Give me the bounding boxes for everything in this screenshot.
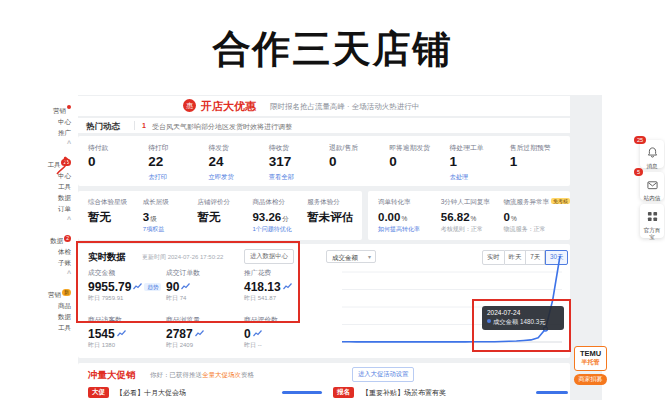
- promo-title: 冲量大促销: [88, 369, 136, 382]
- shop-quality-card: 综合体验星级 暂无 成长层级 3级 7项权益 店铺评价分 暂无 商品体检分 93…: [78, 191, 362, 240]
- promo-settings-button[interactable]: 进入大促活动设置: [352, 367, 414, 382]
- hot-news-title: 热门动态: [86, 121, 120, 133]
- quality-column: 综合体验星级 暂无: [88, 198, 143, 240]
- stat-action-link[interactable]: 立即发货: [209, 173, 269, 182]
- trend-icon[interactable]: [117, 330, 126, 337]
- stat-value: 1: [510, 153, 570, 171]
- hot-news-index: 1: [142, 122, 146, 129]
- quality-label: 服务体验分: [307, 198, 340, 205]
- service-subtext: 考核规则：正常: [441, 225, 504, 234]
- service-unit: %: [401, 215, 407, 222]
- mini-sidebar: 营销中心推广^工具25中心工具数据订单^数据2体检子账^营销新商品数据工具: [28, 95, 78, 400]
- sidebar-item[interactable]: 营销: [53, 105, 71, 116]
- sidebar-item[interactable]: 营销新: [48, 289, 71, 300]
- sidebar-item[interactable]: 数据: [58, 192, 71, 203]
- stat-value: 0: [389, 153, 449, 171]
- sidebar-item[interactable]: 推广: [58, 127, 71, 138]
- sidebar-item[interactable]: 工具: [58, 181, 71, 192]
- stat-value: 1: [450, 153, 510, 171]
- sidebar-item[interactable]: 中心: [58, 116, 71, 127]
- sidebar-badge: 新: [62, 289, 71, 296]
- y-tick-label: [316, 268, 336, 286]
- promo-banner[interactable]: 惠 开店大优惠 限时报名抢占流量高峰 · 全场活动火热进行中: [78, 96, 570, 116]
- promo-campaign-card: 冲量大促销 你好：已获得推送全量大促场次资格 进入大促活动设置 大促 【必看】十…: [78, 363, 570, 400]
- y-tick-label: [316, 321, 336, 339]
- trend-icon[interactable]: [195, 330, 204, 337]
- sidebar-item[interactable]: 数据: [58, 311, 71, 322]
- stat-label: 待处理工单: [450, 143, 510, 153]
- sidebar-item[interactable]: 数据2: [50, 235, 71, 246]
- merchant-recruit-button[interactable]: 商家招募: [574, 374, 607, 385]
- toolbox-widget[interactable]: 官方百宝: [640, 204, 664, 238]
- stat-column: 待处理工单 1 去处理: [450, 143, 510, 186]
- metric-yesterday: 昨日 1380: [88, 341, 166, 350]
- promo-badge-baoming: 报名: [333, 387, 354, 398]
- trend-icon[interactable]: [253, 330, 262, 337]
- quality-label: 店铺评价分: [198, 198, 231, 205]
- sidebar-item-label: 推广: [58, 129, 71, 136]
- service-unit: %: [471, 215, 477, 222]
- hot-news-text[interactable]: 受台风天气影响部分地区发货时效将进行调整: [152, 122, 292, 132]
- sidebar-item[interactable]: 订单: [58, 203, 71, 214]
- service-unit: %: [511, 215, 517, 222]
- sidebar-item-label: 订单: [58, 205, 71, 212]
- promo-item-text[interactable]: 【必看】十月大促会场: [116, 388, 186, 398]
- service-link[interactable]: 如何提高转化率: [378, 225, 441, 234]
- temu-subtitle: 半托管: [575, 358, 606, 366]
- sidebar-item-label: 数据: [50, 237, 63, 244]
- apps-grid-icon: [647, 211, 658, 222]
- messages-widget[interactable]: 25 消息: [640, 140, 664, 168]
- sidebar-item[interactable]: 体检: [58, 246, 71, 257]
- red-pen-mark: [54, 152, 74, 178]
- quality-label: 商品体检分: [252, 198, 285, 205]
- sidebar-item[interactable]: ^: [67, 214, 71, 225]
- sidebar-item[interactable]: ^: [67, 268, 71, 279]
- stat-action-link[interactable]: 去处理: [450, 173, 510, 182]
- sidebar-item-label: 体检: [58, 248, 71, 255]
- quality-link[interactable]: 1个问题待优化: [252, 225, 307, 234]
- service-value: 56.82: [441, 211, 470, 223]
- temu-banner[interactable]: TEMU 半托管: [574, 346, 607, 371]
- sidebar-item-label: ^: [67, 270, 71, 277]
- sidebar-item[interactable]: 商品: [58, 300, 71, 311]
- sidebar-item-label: 工具: [58, 324, 71, 331]
- promo-progress-bar: [282, 391, 322, 394]
- stat-label: 待付款: [88, 143, 148, 153]
- promo-desc-link[interactable]: 全量大促场次: [202, 371, 241, 378]
- sidebar-item-label: 营销: [53, 107, 71, 114]
- stat-label: 待发货: [209, 143, 269, 153]
- stat-label: 售后过期预警: [510, 143, 570, 153]
- stat-column: 即将逾期发货 0: [389, 143, 449, 186]
- service-column: 3分钟人工回复率 56.82% 考核规则：正常: [441, 198, 504, 240]
- sidebar-item-label: 子账: [58, 259, 71, 266]
- quality-link[interactable]: 7项权益: [143, 225, 198, 234]
- annotation-box-realtime: [76, 241, 300, 323]
- service-label: 询单转化率: [378, 198, 411, 205]
- stat-action-link[interactable]: 查看全部: [269, 173, 329, 182]
- service-value: 0: [504, 211, 510, 223]
- stat-label: 退款/售后: [329, 143, 389, 153]
- y-tick-label: [316, 303, 336, 321]
- stat-column: 待付款 0: [88, 143, 148, 186]
- sidebar-item-label: 数据: [58, 313, 71, 320]
- service-column: 物流服务异常率免考核 0% 物流服务：正常: [504, 198, 571, 240]
- sidebar-item[interactable]: ^: [67, 138, 71, 149]
- quality-value: 暂无: [198, 211, 221, 223]
- sidebar-item-label: 商品: [58, 302, 71, 309]
- quality-column: 成长层级 3级 7项权益: [143, 198, 198, 240]
- page: 合作三天店铺 营销中心推广^工具25中心工具数据订单^数据2体检子账^营销新商品…: [0, 0, 665, 400]
- sidebar-item-label: 工具: [58, 183, 71, 190]
- promo-item-text[interactable]: 【重要补贴】场景布置有奖: [362, 388, 446, 398]
- toolbox-label: 官方百宝: [640, 226, 664, 242]
- stat-action-link[interactable]: 去打印: [148, 173, 208, 182]
- promo-desc-prefix: 你好：已获得推送: [150, 371, 202, 378]
- quality-value: 3: [143, 211, 149, 223]
- hot-news-bar: 热门动态 1 受台风天气影响部分地区发货时效将进行调整: [78, 118, 570, 133]
- stat-label: 待收货: [269, 143, 329, 153]
- quality-label: 综合体验星级: [88, 198, 127, 205]
- sidebar-item[interactable]: 工具: [58, 322, 71, 333]
- inbox-widget[interactable]: 5 站内信: [640, 172, 664, 200]
- mail-icon: [647, 180, 658, 190]
- page-title: 合作三天店铺: [0, 24, 665, 75]
- sidebar-item[interactable]: 子账: [58, 257, 71, 268]
